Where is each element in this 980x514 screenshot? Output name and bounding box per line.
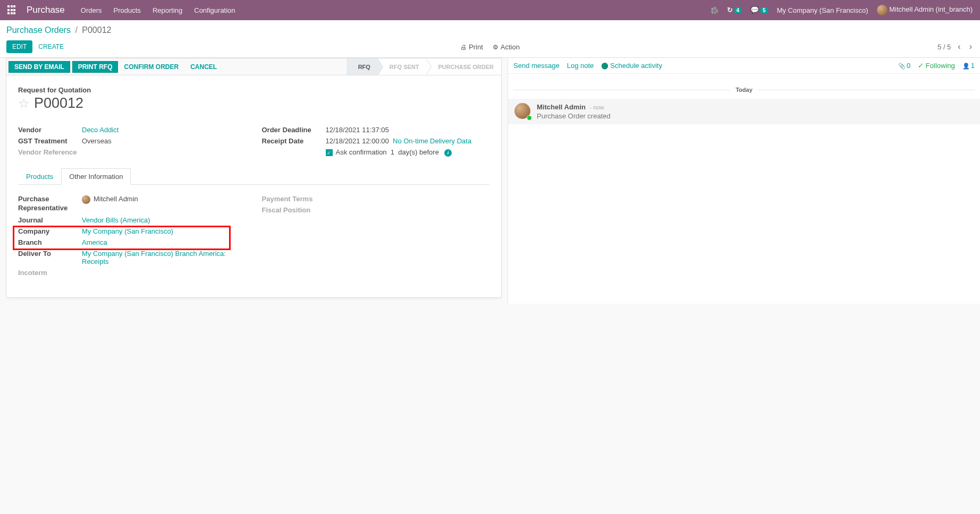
msg-author[interactable]: Mitchell Admin: [537, 103, 586, 111]
attachments-button[interactable]: 0: [898, 62, 910, 70]
branch-value[interactable]: America: [82, 238, 107, 246]
log-note-button[interactable]: Log note: [567, 62, 594, 70]
deliver-label: Deliver To: [18, 250, 82, 265]
apps-icon[interactable]: [7, 5, 17, 15]
control-panel: Purchase Orders / P00012 EDIT CREATE Pri…: [0, 20, 980, 58]
create-button[interactable]: CREATE: [32, 40, 70, 53]
gst-label: GST Treatment: [18, 137, 82, 145]
tab-products[interactable]: Products: [18, 168, 61, 185]
statusbar: SEND BY EMAIL PRINT RFQ CONFIRM ORDER CA…: [6, 58, 502, 75]
user-menu[interactable]: Mitchell Admin (int_branch): [877, 5, 973, 15]
chevron-right-icon[interactable]: ›: [968, 42, 974, 52]
status-rfq[interactable]: RFQ: [347, 58, 378, 75]
deadline-label: Order Deadline: [262, 126, 326, 134]
chatter-message: Mitchell Admin - now Purchase Order crea…: [508, 99, 980, 124]
rep-value[interactable]: Mitchell Admin: [82, 195, 138, 213]
send-message-button[interactable]: Send message: [513, 62, 560, 70]
msg-body: Purchase Order created: [537, 112, 611, 120]
star-icon[interactable]: ☆: [18, 96, 30, 111]
record-name: P00012: [34, 95, 83, 112]
breadcrumb: Purchase Orders / P00012: [6, 25, 974, 35]
journal-label: Journal: [18, 216, 82, 224]
pager-text[interactable]: 5 / 5: [937, 43, 951, 51]
edit-button[interactable]: EDIT: [6, 40, 32, 53]
menu-products[interactable]: Products: [114, 6, 141, 14]
vendor-label: Vendor: [18, 126, 82, 134]
print-button[interactable]: Print: [460, 43, 483, 51]
payterms-label: Payment Terms: [262, 195, 326, 203]
askconf-checkbox[interactable]: ✓: [326, 149, 333, 156]
vendor-value[interactable]: Deco Addict: [82, 126, 119, 134]
chatter: Send message Log note Schedule activity …: [508, 58, 980, 304]
receipt-value: 12/18/2021 12:00:00: [326, 137, 389, 145]
company-value[interactable]: My Company (San Francisco): [82, 227, 173, 235]
schedule-activity-button[interactable]: Schedule activity: [601, 62, 662, 70]
tab-other-information[interactable]: Other Information: [61, 168, 131, 185]
incoterm-label: Incoterm: [18, 269, 82, 277]
topbar-right: 4 5 My Company (San Francisco) Mitchell …: [710, 5, 973, 15]
receipt-label: Receipt Date: [262, 137, 326, 145]
status-rfq-sent[interactable]: RFQ SENT: [378, 58, 427, 75]
app-brand[interactable]: Purchase: [27, 5, 65, 15]
company-switcher[interactable]: My Company (San Francisco): [777, 6, 868, 14]
branch-label: Branch: [18, 238, 82, 246]
info-icon[interactable]: i: [444, 149, 452, 157]
msg-avatar: [514, 103, 531, 120]
rep-label: Purchase Representative: [18, 195, 82, 213]
record-subtitle: Request for Quotation: [18, 86, 489, 94]
status-purchase-order[interactable]: PURCHASE ORDER: [426, 58, 501, 75]
topbar: Purchase Orders Products Reporting Confi…: [0, 0, 980, 20]
company-label: Company: [18, 227, 82, 235]
vendorref-label: Vendor Reference: [18, 148, 82, 156]
timeline-today: Today: [730, 87, 758, 93]
breadcrumb-root[interactable]: Purchase Orders: [6, 25, 71, 35]
form-sheet: Request for Quotation ☆ P00012 VendorDec…: [6, 75, 502, 298]
send-email-button[interactable]: SEND BY EMAIL: [9, 61, 70, 73]
journal-value[interactable]: Vendor Bills (America): [82, 216, 150, 224]
cancel-button[interactable]: CANCEL: [184, 63, 223, 71]
msg-time: - now: [590, 104, 604, 110]
breadcrumb-current: P00012: [82, 25, 111, 35]
activity-icon[interactable]: 4: [727, 6, 742, 14]
action-button[interactable]: Action: [493, 43, 520, 51]
gst-value: Overseas: [82, 137, 112, 145]
askconf-text: Ask confirmation: [336, 148, 387, 156]
deliver-value[interactable]: My Company (San Francisco) Branch Americ…: [82, 250, 246, 265]
following-button[interactable]: ✓ Following: [918, 62, 955, 70]
menu-reporting[interactable]: Reporting: [153, 6, 182, 14]
debug-icon[interactable]: [710, 6, 719, 14]
chevron-left-icon[interactable]: ‹: [956, 42, 962, 52]
menu-configuration[interactable]: Configuration: [194, 6, 235, 14]
messages-icon[interactable]: 5: [750, 6, 768, 14]
deadline-value: 12/18/2021 11:37:05: [326, 126, 389, 134]
followers-button[interactable]: 1: [962, 62, 975, 70]
top-menu: Orders Products Reporting Configuration: [81, 6, 235, 14]
receipt-note[interactable]: No On-time Delivery Data: [393, 137, 471, 145]
print-rfq-button[interactable]: PRINT RFQ: [72, 61, 119, 73]
fiscal-label: Fiscal Position: [262, 206, 326, 214]
confirm-order-button[interactable]: CONFIRM ORDER: [118, 63, 184, 71]
menu-orders[interactable]: Orders: [81, 6, 102, 14]
